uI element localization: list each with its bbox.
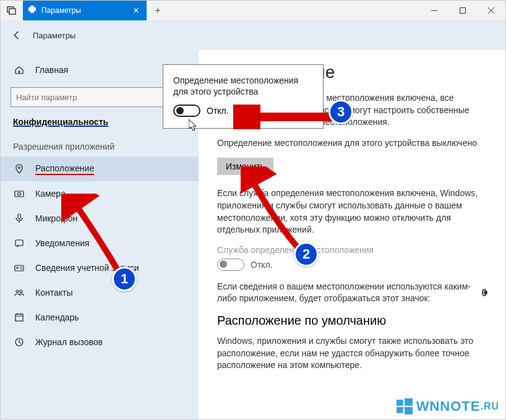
svg-rect-26 <box>397 407 403 413</box>
microphone-icon <box>13 213 25 223</box>
titlebar: Параметры ✕ + <box>1 1 505 20</box>
svg-point-18 <box>20 290 22 293</box>
sidebar-item-calendar[interactable]: Календарь <box>1 305 199 330</box>
back-button[interactable] <box>6 24 28 46</box>
popup-title: Определение местоположения для этого уст… <box>173 75 313 97</box>
sidebar-item-camera[interactable]: Камера <box>1 181 199 206</box>
svg-rect-27 <box>405 407 413 414</box>
popup-toggle-row: Откл. <box>173 105 313 117</box>
default-location-text: Windows, приложения и службы смогут такж… <box>217 335 487 372</box>
svg-point-17 <box>16 290 19 293</box>
new-tab-button[interactable]: + <box>147 5 169 16</box>
change-button[interactable]: Изменить <box>217 158 273 175</box>
svg-rect-19 <box>15 314 23 321</box>
annotation-badge-1: 1 <box>112 267 137 291</box>
sidebar-item-notifications[interactable]: Уведомления <box>1 231 199 255</box>
svg-rect-9 <box>15 191 24 197</box>
close-icon[interactable]: ✕ <box>131 6 142 15</box>
svg-point-10 <box>18 192 21 195</box>
annotation-badge-2: 2 <box>294 242 319 267</box>
svg-rect-3 <box>460 8 466 14</box>
tab-title: Параметры <box>41 6 131 15</box>
description-text: Если служба определения местоположения в… <box>217 187 487 236</box>
sidebar-item-label: Контакты <box>35 288 72 298</box>
svg-rect-24 <box>397 400 403 406</box>
svg-rect-12 <box>15 240 23 246</box>
sidebar-item-label: Уведомления <box>35 238 90 248</box>
minimize-button[interactable] <box>420 1 448 20</box>
gear-icon <box>28 5 36 16</box>
location-icon <box>13 164 25 174</box>
service-toggle <box>217 259 244 271</box>
sidebar-item-label: Камера <box>35 189 66 199</box>
window-controls <box>420 1 505 20</box>
svg-point-8 <box>19 167 20 169</box>
home-icon <box>13 65 25 75</box>
permissions-section-label: Разрешения приложений <box>1 134 199 156</box>
notifications-icon <box>13 238 25 248</box>
sidebar-item-label: Микрофон <box>35 213 77 223</box>
annotation-badge-3: 3 <box>328 100 353 124</box>
search-input-box[interactable] <box>11 87 189 107</box>
sidebar-item-account-info[interactable]: Сведения учетной записи <box>1 255 199 280</box>
header: Параметры <box>1 20 505 50</box>
close-button[interactable] <box>477 1 505 20</box>
sidebar-item-location[interactable]: Расположение <box>1 156 199 181</box>
watermark: WNNOTE.RU <box>397 398 499 414</box>
svg-point-14 <box>17 267 19 269</box>
sidebar-item-call-history[interactable]: Журнал вызовов <box>1 330 199 354</box>
contacts-icon <box>13 288 25 298</box>
search-input[interactable] <box>16 93 174 102</box>
sidebar-home-label: Главная <box>35 65 68 75</box>
svg-rect-1 <box>9 9 15 14</box>
svg-rect-25 <box>405 398 413 406</box>
taskview-icon[interactable] <box>1 1 23 20</box>
service-label: Служба определения местоположения <box>217 245 487 255</box>
sidebar-item-label: Календарь <box>35 312 79 322</box>
sidebar-item-label: Журнал вызовов <box>35 337 103 347</box>
location-status: Определение местоположения для этого уст… <box>217 137 487 150</box>
windows-logo-icon <box>397 398 413 414</box>
call-history-icon <box>13 337 25 347</box>
sidebar-item-label: Расположение <box>35 163 94 175</box>
account-info-icon <box>13 263 25 273</box>
location-indicator-icon <box>482 289 487 296</box>
sidebar-item-microphone[interactable]: Микрофон <box>1 206 199 231</box>
popup-toggle-label: Откл. <box>207 106 229 116</box>
location-popup: Определение местоположения для этого уст… <box>163 64 324 129</box>
service-toggle-row: Откл. <box>217 259 487 271</box>
header-title: Параметры <box>33 31 75 40</box>
sidebar-item-contacts[interactable]: Контакты <box>1 280 199 305</box>
camera-icon <box>13 189 25 199</box>
svg-rect-11 <box>18 214 20 219</box>
cursor-icon <box>189 119 199 134</box>
popup-toggle[interactable] <box>173 105 200 117</box>
calendar-icon <box>13 312 25 322</box>
maximize-button[interactable] <box>448 1 477 20</box>
default-location-heading: Расположение по умолчанию <box>217 314 487 328</box>
service-toggle-label: Откл. <box>251 260 273 270</box>
tab-settings[interactable]: Параметры ✕ <box>23 1 147 20</box>
location-indicator-info: Если сведения о вашем местоположении исп… <box>217 281 487 305</box>
